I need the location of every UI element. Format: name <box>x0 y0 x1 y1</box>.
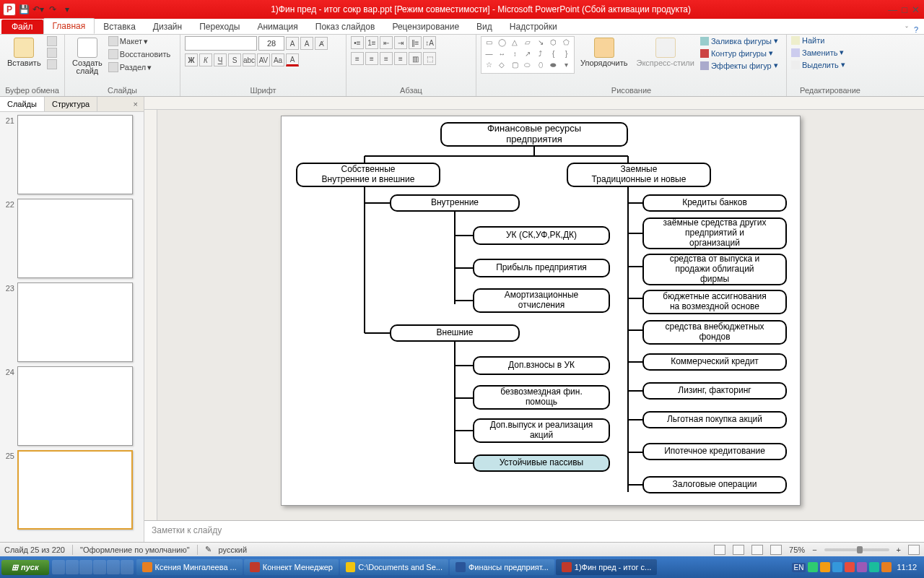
qat-more-icon[interactable]: ▾ <box>61 3 74 16</box>
node-e2[interactable]: безвозмездная фин. помощь <box>473 385 610 410</box>
node-l6[interactable]: Коммерческий кредит <box>642 353 787 371</box>
shape-outline-button[interactable]: Контур фигуры ▾ <box>700 48 778 58</box>
tray-icon6[interactable] <box>869 562 879 572</box>
font-size-combo[interactable]: 28 <box>258 36 284 51</box>
zoom-out-button[interactable]: − <box>812 545 816 554</box>
find-button[interactable]: Найти <box>791 36 845 45</box>
node-i3[interactable]: Амортизационные отчисления <box>473 288 610 313</box>
underline-button[interactable]: Ч <box>214 53 227 66</box>
tab-slides[interactable]: Слайды <box>0 97 45 111</box>
node-l8[interactable]: Льготная покупка акций <box>642 411 787 428</box>
node-i2[interactable]: Прибыль предприятия <box>473 259 610 277</box>
thumb-22[interactable] <box>17 199 133 278</box>
arrange-button[interactable]: Упорядочить <box>578 36 630 69</box>
zoom-slider[interactable] <box>824 548 889 551</box>
tab-transitions[interactable]: Переходы <box>191 20 248 34</box>
node-loan[interactable]: Заемные Традиционные и новые <box>567 163 711 187</box>
numbering-button[interactable]: 1≡ <box>365 36 378 49</box>
copy-button[interactable] <box>47 48 57 58</box>
view-sorter-button[interactable] <box>733 545 744 555</box>
ql-icon4[interactable] <box>93 560 106 574</box>
start-button[interactable]: ⊞пуск <box>1 560 49 575</box>
columns-button[interactable]: ▥ <box>409 52 422 65</box>
slide-canvas[interactable]: Финансовые ресурсы предприятия Собственн… <box>281 116 801 506</box>
grow-font-icon[interactable]: A <box>286 37 299 50</box>
node-own[interactable]: Собственные Внутренние и внешние <box>296 163 440 187</box>
tab-home[interactable]: Главная <box>43 18 95 34</box>
zoom-in-button[interactable]: + <box>897 545 901 554</box>
strike-button[interactable]: S <box>228 53 241 66</box>
section-button[interactable]: Раздел ▾ <box>108 62 170 72</box>
tab-file[interactable]: Файл <box>1 20 43 34</box>
node-l7[interactable]: Лизинг, факторинг <box>642 382 787 400</box>
justify-button[interactable]: ≡ <box>394 52 407 65</box>
tab-slideshow[interactable]: Показ слайдов <box>307 20 384 34</box>
taskbar-item-5[interactable]: 1)Фин пред - итог с... <box>556 559 657 575</box>
qat-undo-icon[interactable]: ↶▾ <box>32 3 45 16</box>
shrink-font-icon[interactable]: A <box>300 37 313 50</box>
smartart-button[interactable]: ⬚ <box>423 52 436 65</box>
node-l10[interactable]: Залоговые операции <box>642 476 787 493</box>
ql-ie-icon[interactable] <box>52 560 65 574</box>
ql-icon5[interactable] <box>107 560 120 574</box>
ql-chrome-icon[interactable] <box>66 560 79 574</box>
qat-redo-icon[interactable]: ↷ <box>46 3 59 16</box>
select-button[interactable]: Выделить ▾ <box>791 60 845 69</box>
thumb-25[interactable] <box>17 450 133 530</box>
change-case-button[interactable]: Aa <box>271 53 284 66</box>
indent-inc-button[interactable]: ⇥ <box>394 36 407 49</box>
close-icon[interactable]: ✕ <box>912 4 920 15</box>
taskbar-item-3[interactable]: C:\Documents and Se... <box>340 559 448 575</box>
shape-fill-button[interactable]: Заливка фигуры ▾ <box>700 36 778 46</box>
ql-icon6[interactable] <box>121 560 134 574</box>
fit-to-window-button[interactable] <box>908 545 920 555</box>
tab-design[interactable]: Дизайн <box>144 20 191 34</box>
qat-save-icon[interactable]: 💾 <box>17 3 30 16</box>
font-color-button[interactable]: A <box>286 53 299 66</box>
tab-review[interactable]: Рецензирование <box>383 20 468 34</box>
view-normal-button[interactable] <box>714 545 725 555</box>
system-clock[interactable]: 11:12 <box>894 563 920 571</box>
view-slideshow-button[interactable] <box>770 545 782 555</box>
node-l2[interactable]: заёмные средства других предприятий и ор… <box>642 217 787 249</box>
replace-button[interactable]: Заменить ▾ <box>791 48 845 57</box>
lang-indicator[interactable]: EN <box>792 563 806 572</box>
text-direction-button[interactable]: ↕A <box>423 36 436 49</box>
align-right-button[interactable]: ≡ <box>380 52 393 65</box>
thumb-21[interactable] <box>17 115 133 194</box>
shadow-button[interactable]: abc <box>243 53 256 66</box>
bullets-button[interactable]: •≡ <box>351 36 364 49</box>
tab-addins[interactable]: Надстройки <box>501 20 566 34</box>
view-reading-button[interactable] <box>751 545 763 555</box>
shape-effects-button[interactable]: Эффекты фигур ▾ <box>700 61 778 70</box>
node-l9[interactable]: Ипотечное кредитование <box>642 443 787 460</box>
tab-outline[interactable]: Структура <box>45 97 97 111</box>
ribbon-minimize-icon[interactable]: ˇ <box>905 25 908 34</box>
tray-icon5[interactable] <box>857 562 867 572</box>
node-l4[interactable]: бюджетные ассигнования на возмездной осн… <box>642 290 787 314</box>
tray-icon1[interactable] <box>808 562 818 572</box>
quick-styles-button[interactable]: Экспресс-стили <box>633 36 697 69</box>
node-e3[interactable]: Доп.выпуск и реализация акций <box>473 418 610 443</box>
thumb-23[interactable] <box>17 282 133 362</box>
layout-button[interactable]: Макет ▾ <box>108 36 170 46</box>
node-e4[interactable]: Устойчивые пассивы <box>473 454 610 472</box>
node-e1[interactable]: Доп.взносы в УК <box>473 356 610 375</box>
node-l3[interactable]: средства от выпуска и продажи облигаций … <box>642 254 787 285</box>
node-root[interactable]: Финансовые ресурсы предприятия <box>440 122 628 147</box>
thumb-24[interactable] <box>17 366 133 446</box>
node-i1[interactable]: УК (СК,УФ,РК,ДК) <box>473 226 610 245</box>
help-icon[interactable]: ? <box>914 25 918 34</box>
tray-icon2[interactable] <box>820 562 830 572</box>
shapes-gallery[interactable]: ▭◯△▱↘⬡⬠ —↔↕↗⤴{} ☆◇▢⬭⬯⬬▾ <box>481 36 575 74</box>
paste-button[interactable]: Вставить <box>4 36 44 69</box>
node-internal[interactable]: Внутренние <box>390 194 520 212</box>
font-name-combo[interactable] <box>185 36 257 51</box>
italic-button[interactable]: К <box>199 53 212 66</box>
spellcheck-icon[interactable]: ✎ <box>205 545 212 554</box>
node-l1[interactable]: Кредиты банков <box>642 194 787 212</box>
node-l5[interactable]: средства внебюджетных фондов <box>642 320 787 345</box>
cut-button[interactable] <box>47 36 57 46</box>
taskbar-item-4[interactable]: Финансы предприят... <box>450 559 554 575</box>
tray-icon3[interactable] <box>832 562 842 572</box>
